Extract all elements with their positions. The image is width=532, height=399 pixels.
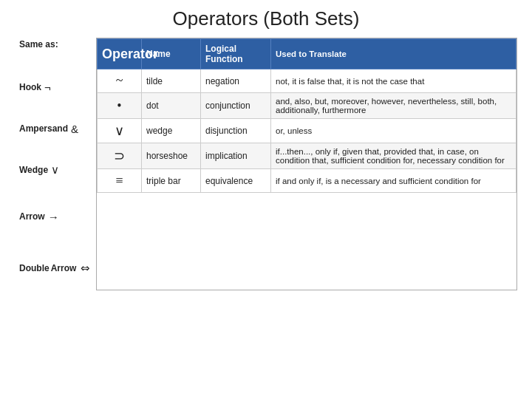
table-row: ⊃horseshoeimplicationif...then..., only … [98,143,516,169]
double-arrow-label: Double Arrow ⇔ [15,246,96,290]
header-name: Name [142,39,201,69]
used-to-translate: if...then..., only if, given that, provi… [271,143,516,169]
logical-function: disjunction [201,119,271,143]
operators-table-wrapper: Operator Name Logical Function Used to T… [96,38,517,290]
hook-label: Hook ¬ [15,70,96,104]
table-row: ~tildenegationnot, it is false that, it … [98,69,516,93]
used-to-translate: or, unless [271,119,516,143]
operator-name: tilde [142,69,201,93]
operator-name: horseshoe [142,143,201,169]
operator-name: triple bar [142,169,201,193]
operators-table: Operator Name Logical Function Used to T… [97,38,516,193]
header-translate: Used to Translate [271,39,516,69]
operator-symbol: ~ [98,69,142,93]
content-area: Same as: Hook ¬ Ampersand & Wedge ∨ Arro… [15,38,517,290]
header-operator: Operator [98,39,142,69]
logical-function: equivalence [201,169,271,193]
table-header-row: Operator Name Logical Function Used to T… [98,39,516,69]
operator-symbol: • [98,93,142,119]
used-to-translate: if and only if, is a necessary and suffi… [271,169,516,193]
page-title: Operators (Both Sets) [15,7,517,30]
page: Operators (Both Sets) Same as: Hook ¬ Am… [0,0,532,399]
left-labels: Same as: Hook ¬ Ampersand & Wedge ∨ Arro… [15,38,96,290]
operator-symbol: ∨ [98,119,142,143]
operator-name: dot [142,93,201,119]
used-to-translate: not, it is false that, it is not the cas… [271,69,516,93]
table-row: ≡triple barequivalenceif and only if, is… [98,169,516,193]
same-as-label: Same as: [19,39,58,50]
ampersand-label: Ampersand & [15,104,96,153]
arrow-label: Arrow → [15,187,96,246]
table-row: ∨wedgedisjunctionor, unless [98,119,516,143]
header-spacer: Same as: [15,38,96,70]
logical-function: conjunction [201,93,271,119]
operator-name: wedge [142,119,201,143]
header-logical: Logical Function [201,39,271,69]
logical-function: implication [201,143,271,169]
table-row: •dotconjunctionand, also, but, moreover,… [98,93,516,119]
operator-symbol: ⊃ [98,143,142,169]
wedge-label: Wedge ∨ [15,153,96,187]
operator-symbol: ≡ [98,169,142,193]
logical-function: negation [201,69,271,93]
used-to-translate: and, also, but, moreover, however, never… [271,93,516,119]
